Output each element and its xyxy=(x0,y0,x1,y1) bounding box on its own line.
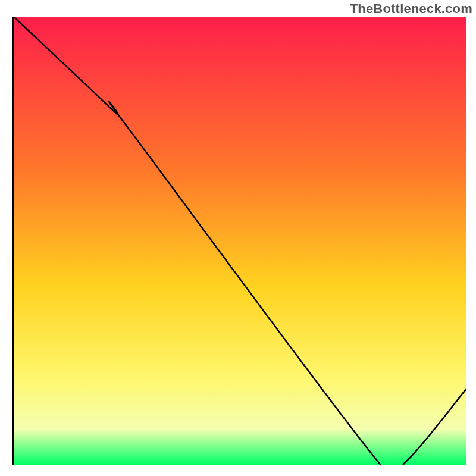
watermark-text: TheBottleneck.com xyxy=(350,1,472,17)
plot-svg xyxy=(14,17,466,465)
plot-area xyxy=(12,17,465,465)
chart-stage: TheBottleneck.com xyxy=(0,0,476,476)
gradient-background xyxy=(14,17,466,465)
